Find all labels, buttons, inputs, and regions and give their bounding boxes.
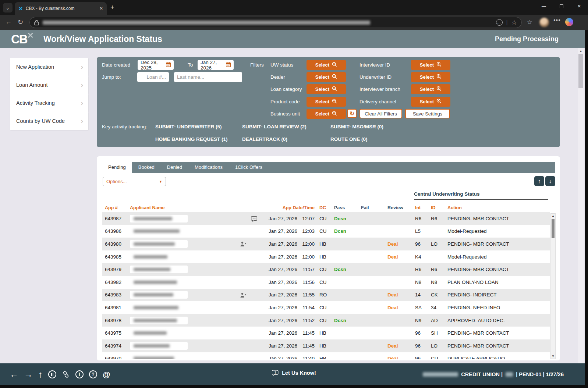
at-icon[interactable]: @ (103, 370, 110, 379)
sidebar-item-new-application[interactable]: New Application› (10, 58, 88, 76)
col-int[interactable]: Int (415, 205, 431, 210)
col-review[interactable]: Review (387, 205, 415, 210)
key-activity-item[interactable]: SUBMIT- MSO/MSR (0) (330, 124, 383, 129)
calendar-icon[interactable] (226, 62, 231, 68)
refresh-icon[interactable]: ↻ (18, 18, 23, 26)
browser-menu-icon[interactable]: ••• (553, 17, 561, 24)
sidebar-item-counts-by-uw-code[interactable]: Counts by UW Code› (10, 112, 88, 130)
review-value[interactable]: Deal (387, 241, 415, 247)
chat-bubble-icon[interactable] (235, 216, 257, 221)
col-app-datetime[interactable]: App Date/Time (235, 205, 319, 210)
last-name-input[interactable]: Last name... (174, 72, 242, 82)
tab-pending[interactable]: Pending (102, 162, 132, 173)
tab-booked[interactable]: Booked (132, 162, 161, 173)
select-button-underwriter-id[interactable]: Select (411, 72, 450, 82)
pause-icon[interactable] (48, 370, 56, 378)
table-row[interactable]: 643979Jan 27, 202611:57CUDcsnR6R6PENDING… (102, 263, 550, 276)
sidebar-item-loan-amount[interactable]: Loan Amount› (10, 76, 88, 94)
scrollbar-up-icon[interactable]: ▲ (551, 214, 555, 218)
col-applicant-name[interactable]: Applicant Name (130, 205, 235, 210)
review-value[interactable]: Deal (387, 292, 415, 298)
back-icon[interactable]: ← (5, 18, 12, 26)
person-x-icon[interactable] (235, 241, 247, 247)
loan-number-input[interactable]: Loan #... (137, 72, 169, 82)
col-fail[interactable]: Fail (361, 205, 387, 210)
key-activity-item[interactable]: HOME BANKING REQUEST (1) (155, 136, 228, 142)
key-activity-item[interactable]: SUBMIT- UNDERWRITER (5) (155, 124, 222, 129)
col-id[interactable]: ID (431, 205, 447, 210)
key-activity-item[interactable]: SUBMIT- LOAN REVIEW (2) (242, 124, 307, 129)
sidebar-item-activity-tracking[interactable]: Activity Tracking› (10, 94, 88, 112)
table-row[interactable]: 643974Jan 27, 202611:45HBDeal96LOPENDING… (102, 339, 550, 352)
tab-denied[interactable]: Denied (161, 162, 188, 173)
clear-all-filters-button[interactable]: Clear All Filters (359, 109, 402, 118)
favorite-star-icon[interactable]: ☆ (511, 19, 517, 26)
review-value[interactable]: Deal (387, 343, 415, 349)
table-row[interactable]: 643981Jan 27, 202611:54CUDealSA34PENDING… (102, 301, 550, 314)
review-value[interactable]: Deal (387, 305, 415, 310)
calendar-icon[interactable] (166, 62, 171, 68)
pass-value[interactable]: Dcsn (334, 267, 361, 272)
save-settings-button[interactable]: Save Settings (405, 109, 450, 118)
date-to-input[interactable]: Jan 27, 2026 (198, 60, 234, 70)
browser-tab[interactable]: ✕ CBX - By cuasterisk.com ✕ (15, 2, 107, 15)
table-row[interactable]: 643970Jan 27, 202611:40HBDeal96CUDUPLICA… (102, 352, 550, 359)
person-x-icon[interactable] (235, 292, 247, 298)
select-button-loan-category[interactable]: Select (307, 84, 346, 94)
tab-search-button[interactable]: ⌄ (3, 3, 13, 13)
key-activity-item[interactable]: DEALERTRACK (0) (242, 136, 287, 142)
table-row[interactable]: 643985Jan 27, 202612:00HBDealK4Model-Req… (102, 250, 550, 263)
select-button-delivery-channel[interactable]: Select (411, 97, 450, 107)
review-value[interactable]: Deal (387, 254, 415, 260)
link-icon[interactable] (62, 370, 70, 378)
split-screen-icon[interactable]: … (496, 19, 503, 26)
table-row[interactable]: 643975Jan 27, 202611:45HB96SHPENDING- MB… (102, 327, 550, 339)
tab-modifications[interactable]: Modifications (188, 162, 229, 173)
select-button-business-unit[interactable]: Select (307, 109, 346, 119)
refresh-filters-button[interactable]: ↻ (347, 109, 357, 118)
review-value[interactable]: Deal (387, 356, 415, 359)
minimize-icon[interactable]: — (535, 0, 553, 13)
table-row[interactable]: 643983Jan 27, 202611:55RODeal14CKPENDING… (102, 289, 550, 302)
options-dropdown[interactable]: Options...▼ (103, 177, 166, 186)
table-row[interactable]: 643980Jan 27, 202612:00HBDeal96LOPENDING… (102, 238, 550, 250)
date-from-input[interactable]: Dec 28, 2025 (138, 60, 174, 70)
info-icon[interactable]: i (75, 370, 84, 378)
scrollbar-down-icon[interactable]: ▼ (551, 355, 555, 358)
back-arrow[interactable]: ← (10, 369, 18, 380)
key-activity-item[interactable]: ROUTE ONE (0) (330, 136, 368, 142)
profile-avatar[interactable] (539, 18, 549, 27)
tab-1click-offers[interactable]: 1Click Offers (229, 162, 269, 173)
col-app[interactable]: App # (105, 205, 130, 210)
forward-arrow[interactable]: → (24, 369, 33, 380)
select-button-interviewer-id[interactable]: Select (411, 60, 450, 70)
table-scrollbar[interactable]: ▲ ▼ (550, 213, 556, 359)
page-scrollbar[interactable]: ▲ (578, 48, 584, 363)
url-bar[interactable]: … | ☆ (29, 17, 522, 28)
tab-close-icon[interactable]: ✕ (99, 6, 103, 11)
pass-value[interactable]: Dcsn (334, 318, 361, 323)
table-row[interactable]: 643982Jan 27, 202611:56CUN8N8PLAN ONLY-N… (102, 276, 550, 289)
help-icon[interactable]: ? (89, 370, 97, 378)
let-us-know-button[interactable]: ? Let Us Know! (272, 370, 316, 376)
scrollbar-up-icon[interactable]: ▲ (578, 49, 584, 53)
select-button-product-code[interactable]: Select (307, 97, 346, 107)
close-icon[interactable]: ✕ (570, 0, 588, 13)
col-dc[interactable]: DC (319, 205, 334, 210)
favorites-hub-icon[interactable]: ☆ (527, 18, 532, 26)
scroll-down-button[interactable]: ↓ (545, 176, 555, 186)
new-tab-button[interactable]: + (110, 4, 114, 11)
col-pass[interactable]: Pass (334, 205, 361, 210)
table-row[interactable]: 643987Jan 27, 202612:07CUDcsnR6R6PENDING… (102, 212, 550, 225)
table-row[interactable]: 643986Jan 27, 202612:03CUDcsnL5Model-Req… (102, 225, 550, 238)
select-button-dealer[interactable]: Select (307, 72, 346, 82)
select-button-interviewer-branch[interactable]: Select (411, 84, 450, 94)
select-button-uw-status[interactable]: Select (307, 60, 346, 70)
pass-value[interactable]: Dcsn (334, 228, 361, 234)
table-row[interactable]: 643978Jan 27, 202611:52CUDcsnN9ADAPPROVE… (102, 314, 550, 327)
copilot-icon[interactable] (565, 18, 573, 26)
scrollbar-thumb[interactable] (552, 219, 555, 238)
scrollbar-thumb[interactable] (578, 54, 583, 88)
scroll-up-button[interactable]: ↑ (534, 176, 544, 186)
col-action[interactable]: Action (447, 205, 550, 210)
